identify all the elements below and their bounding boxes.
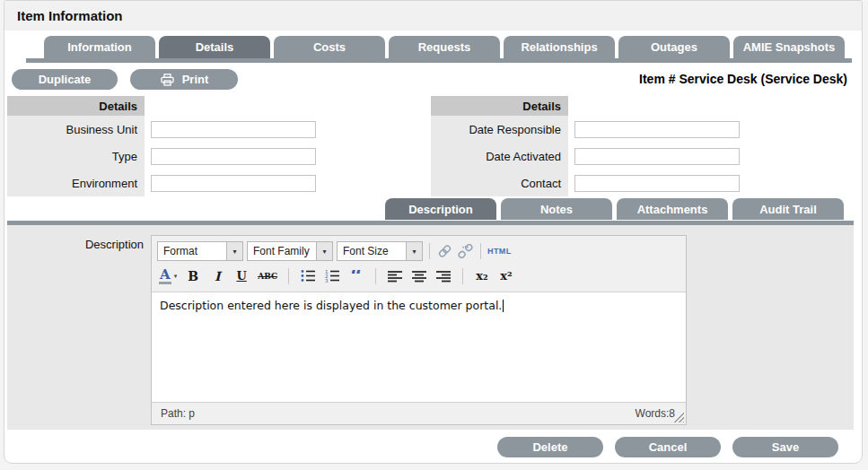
underline-button[interactable]: U <box>233 266 250 286</box>
editor-status-bar: Path: p Words:8 <box>152 402 686 424</box>
editor-content-area[interactable]: Description entered here is displayed in… <box>152 292 686 402</box>
tab-relationships[interactable]: Relationships <box>504 36 615 58</box>
tab-amie-snapshots[interactable]: AMIE Snapshots <box>733 36 845 58</box>
font-color-icon: A <box>159 268 171 284</box>
bullet-list-icon[interactable] <box>300 266 316 286</box>
field-row-contact: Contact <box>431 170 740 196</box>
editor-path-status: Path: p <box>161 407 195 420</box>
subtab-notes[interactable]: Notes <box>501 198 612 220</box>
blockquote-icon[interactable]: “ <box>348 270 364 283</box>
strikethrough-button[interactable]: ABC <box>258 266 277 286</box>
toolbar-divider <box>429 243 430 259</box>
field-row-date-activated: Date Activated <box>431 143 740 170</box>
business-unit-input[interactable] <box>151 121 316 138</box>
bold-button[interactable]: B <box>185 266 201 286</box>
date-responsible-label: Date Responsible <box>431 116 568 143</box>
html-source-button[interactable]: HTML <box>487 241 512 261</box>
window-header-strip <box>4 1 862 30</box>
item-reference: Item # Service Desk (Service Desk) <box>639 72 847 86</box>
tab-details[interactable]: Details <box>159 36 270 58</box>
numbered-list-icon[interactable]: 1 2 3 <box>324 266 340 286</box>
chevron-down-icon[interactable]: ▾ <box>406 242 422 260</box>
field-row-environment: Environment <box>7 170 316 196</box>
save-button-label: Save <box>772 440 799 454</box>
duplicate-button-label: Duplicate <box>39 73 92 86</box>
cancel-button[interactable]: Cancel <box>615 437 721 457</box>
field-row-date-responsible: Date Responsible <box>431 116 740 143</box>
font-family-dropdown-value: Font Family <box>248 242 316 260</box>
description-section: Description Format ▾ Font Family ▾ Font … <box>7 225 854 430</box>
save-button[interactable]: Save <box>732 437 838 457</box>
font-size-dropdown[interactable]: Font Size ▾ <box>337 241 423 261</box>
duplicate-button[interactable]: Duplicate <box>12 69 118 90</box>
details-panel-right: Details Date Responsible Date Activated … <box>431 96 740 196</box>
field-row-business-unit: Business Unit <box>7 116 316 143</box>
delete-button-label: Delete <box>532 440 567 454</box>
toolbar-divider <box>462 268 463 284</box>
toolbar-divider <box>375 268 376 284</box>
details-left-header: Details <box>7 96 145 116</box>
page-title: Item Information <box>17 8 123 23</box>
sub-tab-bar: Description Notes Attachments Audit Trai… <box>385 198 844 220</box>
format-dropdown-value: Format <box>158 242 226 260</box>
item-information-window: Item Information Information Details Cos… <box>4 0 863 464</box>
text-cursor <box>503 300 504 312</box>
type-label: Type <box>7 143 145 170</box>
editor-toolbar-row-1: Format ▾ Font Family ▾ Font Size ▾ <box>157 239 680 263</box>
insert-link-icon[interactable] <box>436 241 453 261</box>
tab-underline-bar <box>26 58 852 63</box>
editor-word-count: Words:8 <box>636 407 675 420</box>
chevron-down-icon[interactable]: ▾ <box>226 242 242 260</box>
type-input[interactable] <box>151 148 316 165</box>
field-row-type: Type <box>7 143 316 170</box>
date-responsible-input[interactable] <box>574 121 740 138</box>
superscript-button[interactable]: x² <box>498 266 514 286</box>
align-center-icon[interactable] <box>411 266 427 286</box>
business-unit-label: Business Unit <box>7 116 145 143</box>
tab-costs[interactable]: Costs <box>274 36 385 58</box>
editor-toolbar-row-2: A ▾ B I U ABC <box>157 263 680 289</box>
font-size-dropdown-value: Font Size <box>338 242 406 260</box>
chevron-down-icon[interactable]: ▾ <box>316 242 332 260</box>
font-color-button[interactable]: A ▾ <box>159 266 177 286</box>
print-button[interactable]: Print <box>130 69 238 90</box>
date-activated-label: Date Activated <box>431 143 568 170</box>
tab-requests[interactable]: Requests <box>389 36 500 58</box>
toolbar-divider <box>288 268 289 284</box>
printer-icon <box>160 74 176 86</box>
delete-button[interactable]: Delete <box>497 437 603 457</box>
contact-label: Contact <box>431 170 568 196</box>
format-dropdown[interactable]: Format ▾ <box>157 241 243 261</box>
details-panel-left: Details Business Unit Type Environment <box>7 96 316 196</box>
rich-text-editor: Format ▾ Font Family ▾ Font Size ▾ <box>151 235 687 425</box>
editor-toolbar: Format ▾ Font Family ▾ Font Size ▾ <box>152 236 686 292</box>
chevron-down-icon[interactable]: ▾ <box>174 273 178 280</box>
cancel-button-label: Cancel <box>649 440 688 454</box>
tab-outages[interactable]: Outages <box>618 36 730 58</box>
print-button-label: Print <box>182 73 209 86</box>
toolbar-divider <box>480 243 481 259</box>
description-field-label: Description <box>7 238 144 251</box>
subtab-description[interactable]: Description <box>385 198 496 220</box>
align-right-icon[interactable] <box>435 266 452 286</box>
tab-information[interactable]: Information <box>44 36 155 58</box>
svg-text:3: 3 <box>325 278 329 283</box>
font-family-dropdown[interactable]: Font Family ▾ <box>247 241 333 261</box>
environment-label: Environment <box>7 170 145 196</box>
remove-link-icon[interactable] <box>457 241 474 261</box>
align-left-icon[interactable] <box>387 266 403 286</box>
italic-button[interactable]: I <box>209 266 225 286</box>
details-right-header: Details <box>431 96 568 116</box>
subtab-audit-trail[interactable]: Audit Trail <box>732 198 844 220</box>
date-activated-input[interactable] <box>574 148 740 165</box>
subscript-button[interactable]: x₂ <box>474 266 490 286</box>
main-tab-bar: Information Details Costs Requests Relat… <box>44 36 845 58</box>
editor-text: Description entered here is displayed in… <box>160 299 502 312</box>
contact-input[interactable] <box>574 175 740 192</box>
environment-input[interactable] <box>151 175 316 192</box>
footer-button-bar: Delete Cancel Save <box>497 437 838 457</box>
subtab-attachments[interactable]: Attachments <box>617 198 728 220</box>
